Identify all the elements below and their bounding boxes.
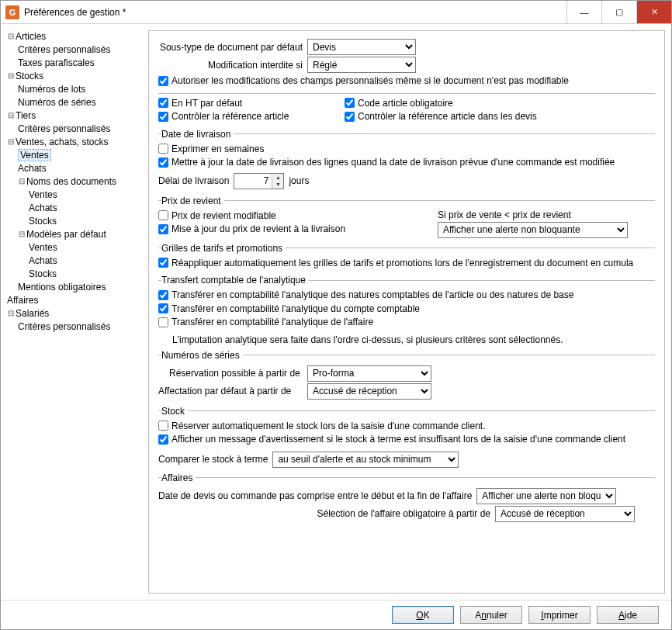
toggle-icon[interactable]: ⊟ <box>18 175 26 188</box>
autoriser-modif-checkbox[interactable]: Autoriser les modifications des champs p… <box>158 75 569 86</box>
tree-modeles[interactable]: Modèles par défaut <box>26 229 106 240</box>
comparer-label: Comparer le stock à terme <box>158 454 268 465</box>
code-article-checkbox[interactable]: Code article obligatoire <box>345 98 453 109</box>
tree-vas-achats[interactable]: Achats <box>18 163 47 174</box>
date-devis-select[interactable]: Afficher une alerte non bloquante <box>476 488 616 504</box>
nav-tree: ⊟Articles Critères personnalisés Taxes p… <box>1 24 148 600</box>
afficher-msg-checkbox[interactable]: Afficher un message d'avertissement si l… <box>158 434 625 445</box>
tree-nd-achats[interactable]: Achats <box>29 202 57 213</box>
tree-noms-docs[interactable]: Noms des documents <box>26 176 116 187</box>
tree-nd-stocks[interactable]: Stocks <box>29 216 57 227</box>
tree-md-ventes[interactable]: Ventes <box>29 242 57 253</box>
tree-articles-crit[interactable]: Critères personnalisés <box>18 44 110 55</box>
reappliquer-checkbox[interactable]: Réappliquer automatiquement les grilles … <box>158 258 633 268</box>
tree-stocks[interactable]: Stocks <box>16 71 43 81</box>
aide-button[interactable]: Aide <box>597 606 659 624</box>
maximize-button[interactable]: ▢ <box>601 1 636 23</box>
minimize-button[interactable]: — <box>566 1 601 23</box>
tree-mentions[interactable]: Mentions obligatoires <box>18 282 106 292</box>
controler-ref-devis-checkbox[interactable]: Contrôler la référence article dans les … <box>345 111 537 122</box>
prix-revient-modifiable-checkbox[interactable]: Prix de revient modifiable <box>158 210 276 221</box>
delai-unit: jours <box>289 175 309 186</box>
exprimer-semaines-checkbox[interactable]: Exprimer en semaines <box>158 144 264 154</box>
tree-stocks-lots[interactable]: Numéros de lots <box>18 84 85 95</box>
spin-down-icon[interactable]: ▼ <box>272 181 283 189</box>
selection-affaire-select[interactable]: Accusé de réception <box>495 506 635 522</box>
imprimer-button[interactable]: Imprimer <box>528 606 591 624</box>
toggle-icon[interactable]: ⊟ <box>7 29 15 43</box>
grilles-legend: Grilles de tarifs et promotions <box>161 243 286 254</box>
titlebar: G Préférences de gestion * — ▢ ✕ <box>1 1 671 24</box>
comparer-select[interactable]: au seuil d'alerte et au stock minimum <box>272 452 459 468</box>
si-prix-select[interactable]: Afficher une alerte non bloquante <box>438 222 628 238</box>
prix-revient-legend: Prix de revient <box>161 196 224 206</box>
tree-affaires[interactable]: Affaires <box>7 295 38 306</box>
transf-affaire-checkbox[interactable]: Transférer en comptabilité l'analytique … <box>158 317 373 327</box>
transf-compte-checkbox[interactable]: Transférer en comptabilité l'analytique … <box>158 303 420 314</box>
modif-interdite-label: Modification interdite si <box>158 60 303 71</box>
selection-affaire-label: Sélection de l'affaire obligatoire à par… <box>158 508 490 519</box>
reserver-auto-checkbox[interactable]: Réserver automatiquement le stock lors d… <box>158 421 486 431</box>
tree-md-achats[interactable]: Achats <box>29 255 57 266</box>
numeros-legend: Numéros de séries <box>161 350 243 361</box>
modif-interdite-select[interactable]: Réglé <box>307 57 416 73</box>
date-livraison-legend: Date de livraison <box>161 129 234 140</box>
tree-articles[interactable]: Articles <box>16 31 46 42</box>
date-devis-label: Date de devis ou commande pas comprise e… <box>158 490 472 501</box>
tree-vas-ventes[interactable]: Ventes <box>18 149 51 161</box>
toggle-icon[interactable]: ⊟ <box>18 227 26 241</box>
tree-md-stocks[interactable]: Stocks <box>29 268 57 279</box>
toggle-icon[interactable]: ⊟ <box>7 69 15 82</box>
tree-stocks-series[interactable]: Numéros de séries <box>18 97 96 108</box>
transfert-legend: Transfert comptable de l'analytique <box>161 275 309 286</box>
si-prix-label: Si prix de vente < prix de revient <box>438 209 571 220</box>
form-panel: Sous-type de document par défaut Devis M… <box>148 30 665 594</box>
tree-tiers[interactable]: Tiers <box>16 110 36 121</box>
toggle-icon[interactable]: ⊟ <box>7 109 15 122</box>
en-ht-checkbox[interactable]: En HT par défaut <box>158 98 242 109</box>
maj-prix-revient-checkbox[interactable]: Mise à jour du prix de revient à la livr… <box>158 223 345 234</box>
footer: OK Annuler Imprimer Aide <box>1 600 671 629</box>
ok-button[interactable]: OK <box>392 606 454 624</box>
window-title: Préférences de gestion * <box>24 7 566 18</box>
affectation-label: Affectation par défaut à partir de <box>158 386 303 396</box>
tree-nd-ventes[interactable]: Ventes <box>29 189 57 200</box>
annuler-button[interactable]: Annuler <box>460 606 522 624</box>
toggle-icon[interactable]: ⊟ <box>7 306 15 320</box>
delai-spinner[interactable]: ▲▼ <box>234 173 284 189</box>
tree-sal-crit[interactable]: Critères personnalisés <box>18 321 110 332</box>
tree-articles-taxes[interactable]: Taxes parafiscales <box>18 57 95 68</box>
stock-legend: Stock <box>161 406 188 417</box>
app-icon: G <box>5 5 19 19</box>
reservation-select[interactable]: Pro-forma <box>307 365 431 382</box>
tree-tiers-crit[interactable]: Critères personnalisés <box>18 123 110 134</box>
sous-type-label: Sous-type de document par défaut <box>158 42 303 53</box>
close-button[interactable]: ✕ <box>636 1 671 23</box>
mettre-a-jour-date-checkbox[interactable]: Mettre à jour la date de livraison des l… <box>158 157 615 168</box>
imputation-note: L'imputation analytique sera faite dans … <box>172 334 655 345</box>
tree-vas[interactable]: Ventes, achats, stocks <box>16 137 108 147</box>
spin-up-icon[interactable]: ▲ <box>272 174 283 182</box>
sous-type-select[interactable]: Devis <box>307 39 416 55</box>
reservation-label: Réservation possible à partir de <box>158 368 303 379</box>
affaires-legend: Affaires <box>161 472 196 483</box>
toggle-icon[interactable]: ⊟ <box>7 135 15 148</box>
affectation-select[interactable]: Accusé de réception <box>307 383 431 400</box>
controler-ref-checkbox[interactable]: Contrôler la référence article <box>158 111 289 122</box>
transf-natures-checkbox[interactable]: Transférer en comptabilité l'analytique … <box>158 289 573 300</box>
tree-salaries[interactable]: Salariés <box>16 308 49 319</box>
delai-label: Délai de livraison <box>158 175 229 186</box>
